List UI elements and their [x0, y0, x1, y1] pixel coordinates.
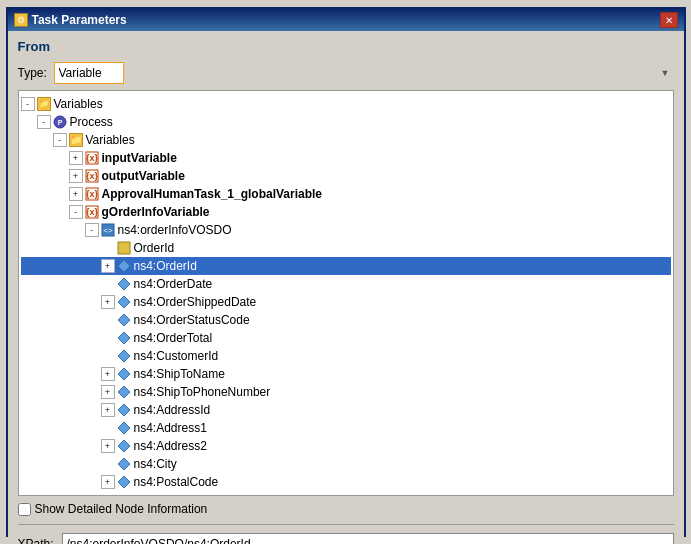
expander-variables-root[interactable]: -	[21, 97, 35, 111]
expander-ns4postalcode[interactable]: +	[101, 475, 115, 489]
tree-item-outputvariable[interactable]: + {x} outputVariable	[21, 167, 671, 185]
expander-approvalvar[interactable]: +	[69, 187, 83, 201]
main-content: From Type: Variable Expression Literal -…	[8, 31, 684, 544]
tree-inner: - 📁 Variables - P Process	[19, 91, 673, 495]
tree-panel[interactable]: - 📁 Variables - P Process	[18, 90, 674, 496]
expander-ns4addressid[interactable]: +	[101, 403, 115, 417]
expander-outputvariable[interactable]: +	[69, 169, 83, 183]
expander-ns4orderinfovosdo[interactable]: -	[85, 223, 99, 237]
tree-item-inputvariable[interactable]: + {x} inputVariable	[21, 149, 671, 167]
node-label-ns4shiptophonenumber: ns4:ShipToPhoneNumber	[134, 384, 271, 400]
expander-ns4shiptophonenumber[interactable]: +	[101, 385, 115, 399]
svg-marker-16	[118, 314, 130, 326]
var-icon-approvalvar: {x}	[85, 187, 99, 201]
diamond-icon-ns4orderdate	[117, 277, 131, 291]
svg-marker-13	[118, 260, 130, 272]
tree-item-orderid-field[interactable]: OrderId	[21, 239, 671, 257]
show-details-row: Show Detailed Node Information	[18, 502, 674, 516]
node-label-ns4orderid: ns4:OrderId	[134, 258, 197, 274]
tree-item-ns4ordertotal[interactable]: ns4:OrderTotal	[21, 329, 671, 347]
xpath-row: XPath:	[18, 533, 674, 544]
tree-item-ns4ordershippeddate[interactable]: + ns4:OrderShippedDate	[21, 293, 671, 311]
tree-item-approvalvar[interactable]: + {x} ApprovalHumanTask_1_globalVariable	[21, 185, 671, 203]
tree-item-ns4address2[interactable]: + ns4:Address2	[21, 437, 671, 455]
var-icon-gorderinfovariable: {x}	[85, 205, 99, 219]
title-bar-left: ⚙ Task Parameters	[14, 13, 127, 27]
element-icon-ns4orderinfovosdo: <>	[101, 223, 115, 237]
type-row: Type: Variable Expression Literal	[18, 62, 674, 84]
tree-item-ns4orderinfovosdo[interactable]: - <> ns4:orderInfoVOSDO	[21, 221, 671, 239]
tree-item-ns4city[interactable]: ns4:City	[21, 455, 671, 473]
tree-item-ns4orderid[interactable]: + ns4:OrderId	[21, 257, 671, 275]
node-label-ns4customerid: ns4:CustomerId	[134, 348, 219, 364]
svg-marker-24	[118, 458, 130, 470]
svg-marker-21	[118, 404, 130, 416]
svg-marker-18	[118, 350, 130, 362]
svg-marker-19	[118, 368, 130, 380]
expander-inputvariable[interactable]: +	[69, 151, 83, 165]
type-label: Type:	[18, 66, 48, 80]
node-label-ns4addressid: ns4:AddressId	[134, 402, 211, 418]
svg-text:{x}: {x}	[85, 153, 98, 163]
window-icon: ⚙	[14, 13, 28, 27]
expander-variables-sub[interactable]: -	[53, 133, 67, 147]
diamond-icon-ns4customerid	[117, 349, 131, 363]
expander-process[interactable]: -	[37, 115, 51, 129]
diamond-icon-ns4city	[117, 457, 131, 471]
expander-ns4shiptoname[interactable]: +	[101, 367, 115, 381]
node-label-ns4postalcode: ns4:PostalCode	[134, 474, 219, 490]
svg-text:P: P	[57, 119, 62, 126]
svg-text:{x}: {x}	[85, 189, 98, 199]
close-button[interactable]: ✕	[660, 12, 678, 28]
node-label-ns4ordershippeddate: ns4:OrderShippedDate	[134, 294, 257, 310]
process-icon: P	[53, 115, 67, 129]
tree-item-ns4customerid[interactable]: ns4:CustomerId	[21, 347, 671, 365]
divider	[18, 524, 674, 525]
node-label-ns4ordertotal: ns4:OrderTotal	[134, 330, 213, 346]
from-section: From	[18, 39, 674, 56]
folder-icon-variables-sub: 📁	[69, 133, 83, 147]
svg-marker-23	[118, 440, 130, 452]
node-label-gorderinfovariable: gOrderInfoVariable	[102, 204, 210, 220]
node-label-ns4orderdate: ns4:OrderDate	[134, 276, 213, 292]
tree-item-ns4orderdate[interactable]: ns4:OrderDate	[21, 275, 671, 293]
diamond-icon-ns4ordertotal	[117, 331, 131, 345]
diamond-icon-ns4shiptophonenumber	[117, 385, 131, 399]
tree-item-process[interactable]: - P Process	[21, 113, 671, 131]
expander-ns4orderid[interactable]: +	[101, 259, 115, 273]
diamond-icon-ns4address1	[117, 421, 131, 435]
node-label-ns4shiptoname: ns4:ShipToName	[134, 366, 225, 382]
var-icon-outputvariable: {x}	[85, 169, 99, 183]
expander-ns4address2[interactable]: +	[101, 439, 115, 453]
show-details-label: Show Detailed Node Information	[35, 502, 208, 516]
var-icon-inputvariable: {x}	[85, 151, 99, 165]
diamond-icon-ns4postalcode	[117, 475, 131, 489]
tree-item-ns4orderstatuscode[interactable]: ns4:OrderStatusCode	[21, 311, 671, 329]
xpath-label: XPath:	[18, 537, 58, 544]
expander-ns4ordershippeddate[interactable]: +	[101, 295, 115, 309]
xpath-input[interactable]	[62, 533, 674, 544]
svg-marker-14	[118, 278, 130, 290]
tree-item-ns4addressid[interactable]: + ns4:AddressId	[21, 401, 671, 419]
diamond-icon-ns4shiptoname	[117, 367, 131, 381]
svg-text:{x}: {x}	[85, 171, 98, 181]
tree-item-ns4address1[interactable]: ns4:Address1	[21, 419, 671, 437]
node-label-process: Process	[70, 114, 113, 130]
show-details-checkbox[interactable]	[18, 503, 31, 516]
node-label-ns4address1: ns4:Address1	[134, 420, 207, 436]
type-select[interactable]: Variable Expression Literal	[54, 62, 124, 84]
svg-marker-25	[118, 476, 130, 488]
diamond-icon-ns4orderid	[117, 259, 131, 273]
title-bar: ⚙ Task Parameters ✕	[8, 9, 684, 31]
svg-marker-17	[118, 332, 130, 344]
expander-gorderinfovariable[interactable]: -	[69, 205, 83, 219]
svg-text:<>: <>	[103, 226, 113, 235]
tree-item-ns4shiptophonenumber[interactable]: + ns4:ShipToPhoneNumber	[21, 383, 671, 401]
tree-item-ns4postalcode[interactable]: + ns4:PostalCode	[21, 473, 671, 491]
tree-item-variables-sub[interactable]: - 📁 Variables	[21, 131, 671, 149]
from-label: From	[18, 39, 674, 54]
tree-item-ns4shiptoname[interactable]: + ns4:ShipToName	[21, 365, 671, 383]
tree-item-gorderinfovariable[interactable]: - {x} gOrderInfoVariable	[21, 203, 671, 221]
folder-icon-variables-root: 📁	[37, 97, 51, 111]
tree-item-variables-root[interactable]: - 📁 Variables	[21, 95, 671, 113]
